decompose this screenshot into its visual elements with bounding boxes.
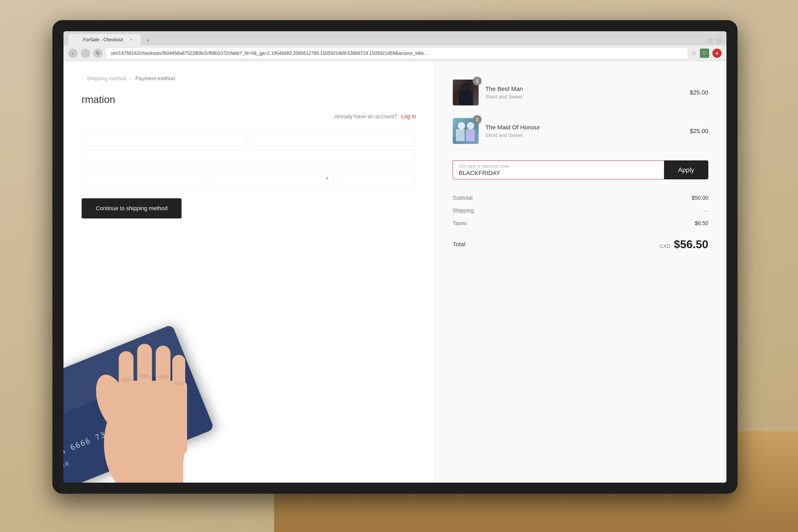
window-minimize-btn[interactable] bbox=[707, 38, 713, 44]
form-section: ▾ bbox=[82, 130, 416, 186]
item1-badge: 1 bbox=[473, 77, 482, 86]
svg-point-21 bbox=[139, 374, 150, 378]
discount-label: Gift card or discount code bbox=[459, 164, 509, 169]
item1-info: The Best Man Short and Sweet bbox=[485, 86, 683, 100]
browser-tab[interactable]: 📄 ForSale - Checkout × bbox=[68, 34, 141, 45]
discount-input-wrapper: Gift card or discount code bbox=[453, 160, 664, 179]
taxes-label: Taxes bbox=[453, 220, 467, 227]
browser-toolbar: ‹ › ↻ om/14758162/checkouts/f604458a8752… bbox=[63, 45, 726, 61]
discount-section: Gift card or discount code Apply bbox=[453, 160, 708, 179]
chevron-down-icon: ▾ bbox=[326, 175, 328, 182]
svg-point-20 bbox=[120, 378, 132, 382]
svg-rect-19 bbox=[120, 443, 183, 482]
postal-input[interactable] bbox=[338, 170, 416, 186]
svg-point-22 bbox=[157, 375, 169, 379]
login-prompt: Already have an account? Log in bbox=[82, 113, 416, 120]
item2-subtitle: Short and Sweet bbox=[485, 132, 683, 138]
item1-image-wrapper: 1 bbox=[453, 79, 479, 106]
breadcrumb-sep: › bbox=[130, 75, 132, 82]
laptop-screen: 📄 ForSale - Checkout × + ‹ › ↻ bbox=[63, 31, 726, 482]
tab-title: ForSale - Checkout bbox=[83, 37, 123, 42]
total-row: Total CAD $56.50 bbox=[453, 232, 708, 256]
svg-point-23 bbox=[174, 381, 184, 385]
subtotal-row: Subtotal $50.00 bbox=[453, 192, 708, 204]
shipping-value: — bbox=[703, 208, 708, 214]
item1-name: The Best Man bbox=[485, 86, 683, 92]
form-row-3: ▾ bbox=[82, 170, 416, 186]
first-name-input[interactable] bbox=[82, 130, 247, 146]
nav-forward-btn[interactable]: › bbox=[81, 49, 90, 58]
item1-price: $25.00 bbox=[690, 89, 708, 96]
breadcrumb-shipping[interactable]: Shipping method bbox=[87, 75, 126, 82]
breadcrumb-arrow: › bbox=[82, 75, 83, 82]
new-tab-btn[interactable]: + bbox=[143, 35, 153, 45]
laptop-bezel: 📄 ForSale - Checkout × + ‹ › ↻ bbox=[52, 20, 738, 494]
form-row-1 bbox=[82, 130, 416, 146]
tab-close-icon[interactable]: × bbox=[130, 37, 132, 42]
country-select-wrapper: ▾ bbox=[210, 170, 334, 186]
order-summary: Subtotal $50.00 Shipping — Taxes $6.50 bbox=[453, 187, 708, 256]
total-value-wrapper: CAD $56.50 bbox=[660, 238, 708, 251]
item2-badge: 1 bbox=[473, 115, 482, 124]
subtotal-value: $50.00 bbox=[691, 195, 708, 201]
total-currency: CAD bbox=[660, 243, 671, 249]
login-link[interactable]: Log in bbox=[401, 113, 416, 119]
shipping-row: Shipping — bbox=[453, 204, 708, 217]
breadcrumb: › Shipping method › Payment method bbox=[82, 75, 416, 82]
star-btn[interactable]: ☆ bbox=[691, 50, 697, 57]
breadcrumb-payment: Payment method bbox=[135, 75, 175, 82]
order-item-2: 1 The Maid Of Honour Short and Sweet $25… bbox=[453, 112, 708, 150]
total-label: Total bbox=[453, 241, 465, 248]
hand-illustration bbox=[80, 277, 221, 482]
browser-chrome: 📄 ForSale - Checkout × + ‹ › ↻ bbox=[63, 31, 726, 61]
last-name-input[interactable] bbox=[251, 130, 416, 146]
shipping-label: Shipping bbox=[453, 208, 474, 214]
item2-info: The Maid Of Honour Short and Sweet bbox=[485, 124, 683, 138]
taxes-row: Taxes $6.50 bbox=[453, 217, 708, 230]
continue-shipping-button[interactable]: Continue to shipping method bbox=[82, 198, 182, 218]
item2-name: The Maid Of Honour bbox=[485, 124, 683, 131]
item1-subtitle: Short and Sweet bbox=[485, 94, 683, 100]
page-content: › Shipping method › Payment method rmati… bbox=[63, 61, 726, 482]
browser-tabs-row: 📄 ForSale - Checkout × + bbox=[63, 31, 726, 45]
item2-image-wrapper: 1 bbox=[453, 118, 479, 144]
apply-button[interactable]: Apply bbox=[664, 160, 708, 179]
subtotal-label: Subtotal bbox=[453, 195, 473, 201]
address-input[interactable] bbox=[82, 150, 416, 166]
left-panel: › Shipping method › Payment method rmati… bbox=[63, 61, 434, 482]
address-bar[interactable]: om/14758162/checkouts/f604458a8752280fe2… bbox=[106, 48, 688, 59]
nav-refresh-btn[interactable]: ↻ bbox=[93, 49, 102, 58]
tab-page-icon: 📄 bbox=[75, 37, 80, 42]
city-input[interactable] bbox=[82, 170, 206, 186]
extension2-btn[interactable]: ● bbox=[712, 49, 722, 58]
right-panel: 1 The Best Man Short and Sweet $25.00 bbox=[434, 61, 726, 482]
window-maximize-btn[interactable] bbox=[716, 38, 722, 44]
total-amount: $56.50 bbox=[674, 238, 708, 251]
nav-back-btn[interactable]: ‹ bbox=[68, 49, 78, 58]
item2-price: $25.00 bbox=[690, 128, 708, 134]
taxes-value: $6.50 bbox=[695, 220, 708, 227]
section-title: rmation bbox=[82, 94, 416, 106]
form-row-2 bbox=[82, 150, 416, 166]
order-item-1: 1 The Best Man Short and Sweet $25.00 bbox=[453, 73, 708, 112]
extension1-btn[interactable]: 🛡 bbox=[700, 49, 709, 58]
